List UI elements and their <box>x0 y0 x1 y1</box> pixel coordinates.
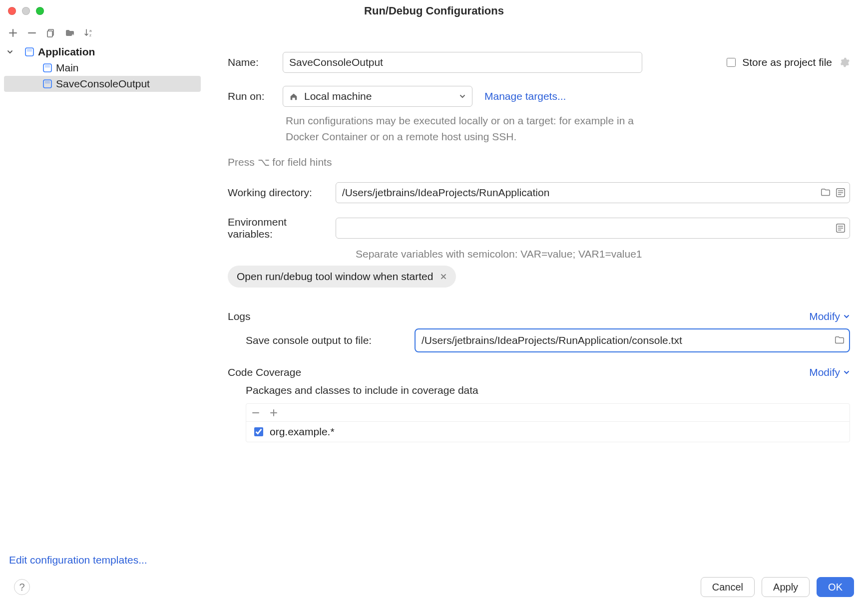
edit-templates-link[interactable]: Edit configuration templates... <box>9 554 204 566</box>
coverage-title: Code Coverage <box>228 366 301 378</box>
copy-config-icon[interactable] <box>45 27 57 39</box>
name-input[interactable] <box>283 52 642 73</box>
sidebar-item-main[interactable]: Main <box>0 60 205 76</box>
manage-targets-link[interactable]: Manage targets... <box>484 90 566 102</box>
runon-value: Local machine <box>304 90 372 102</box>
content-area: Name: Store as project file Run on: Loca… <box>205 42 868 564</box>
logs-title: Logs <box>228 310 251 322</box>
store-as-project-file-checkbox[interactable]: Store as project file <box>725 56 832 68</box>
sidebar-item-label: Main <box>56 62 79 74</box>
run-target-icon <box>24 46 35 57</box>
split-pane: Application Main SaveConsoleOutput Name: <box>0 42 868 564</box>
run-target-icon <box>42 62 53 73</box>
env-label: Environment variables: <box>228 216 324 240</box>
gear-icon[interactable] <box>839 57 850 68</box>
sidebar-group-label: Application <box>38 46 95 58</box>
sort-config-icon[interactable]: az <box>83 27 95 39</box>
coverage-row[interactable]: org.example.* <box>246 422 850 442</box>
svg-rect-9 <box>45 81 50 84</box>
runon-label: Run on: <box>228 90 271 102</box>
ok-button[interactable]: OK <box>817 577 854 597</box>
save-output-label: Save console output to file: <box>246 334 406 346</box>
close-icon[interactable] <box>440 273 447 280</box>
folder-icon[interactable] <box>820 187 831 198</box>
save-output-input[interactable] <box>415 328 850 352</box>
coverage-table: org.example.* <box>246 403 850 442</box>
svg-rect-1 <box>47 31 52 37</box>
env-input[interactable] <box>336 218 850 239</box>
coverage-row-checkbox[interactable] <box>254 427 263 436</box>
help-icon[interactable]: ? <box>14 579 30 595</box>
folder-config-icon[interactable] <box>64 27 76 39</box>
svg-text:a: a <box>89 28 92 33</box>
dialog-footer: ? Cancel Apply OK <box>0 569 868 605</box>
svg-rect-5 <box>27 49 32 52</box>
window-title: Run/Debug Configurations <box>0 4 868 17</box>
svg-text:z: z <box>89 33 91 37</box>
chevron-down-icon <box>459 93 466 100</box>
working-directory-input[interactable] <box>336 182 850 203</box>
env-hint: Separate variables with semicolon: VAR=v… <box>356 246 850 262</box>
working-directory-label: Working directory: <box>228 187 324 199</box>
apply-button[interactable]: Apply <box>762 577 810 597</box>
coverage-row-label: org.example.* <box>270 426 335 438</box>
cancel-button[interactable]: Cancel <box>701 577 755 597</box>
titlebar: Run/Debug Configurations <box>0 0 868 22</box>
runon-select[interactable]: Local machine <box>283 86 472 107</box>
add-config-icon[interactable] <box>7 27 19 39</box>
inline-expand-icon[interactable] <box>835 223 846 234</box>
chip-label: Open run/debug tool window when started <box>237 271 433 283</box>
add-icon[interactable] <box>269 408 278 417</box>
store-checkbox-input[interactable] <box>727 58 736 67</box>
name-label: Name: <box>228 56 271 68</box>
run-target-icon <box>42 78 53 89</box>
folder-icon[interactable] <box>834 335 845 346</box>
coverage-modify-link[interactable]: Modify <box>809 366 850 378</box>
press-hint: Press ⌥ for field hints <box>228 154 850 170</box>
coverage-subtitle: Packages and classes to include in cover… <box>246 384 850 396</box>
chevron-down-icon <box>5 47 15 57</box>
remove-icon[interactable] <box>251 408 260 417</box>
sidebar-group-application[interactable]: Application <box>0 44 205 60</box>
home-icon <box>289 92 298 101</box>
svg-rect-7 <box>45 65 50 68</box>
inline-expand-icon[interactable] <box>835 187 846 198</box>
sidebar: Application Main SaveConsoleOutput <box>0 42 205 564</box>
sidebar-item-label: SaveConsoleOutput <box>56 78 150 90</box>
open-tool-window-chip[interactable]: Open run/debug tool window when started <box>228 266 456 288</box>
logs-modify-link[interactable]: Modify <box>809 310 850 322</box>
toolbar: az <box>0 22 868 42</box>
runon-hint: Run configurations may be executed local… <box>286 113 645 144</box>
remove-config-icon[interactable] <box>26 27 38 39</box>
sidebar-item-saveconsoleoutput[interactable]: SaveConsoleOutput <box>4 76 201 92</box>
store-checkbox-label: Store as project file <box>742 56 832 68</box>
